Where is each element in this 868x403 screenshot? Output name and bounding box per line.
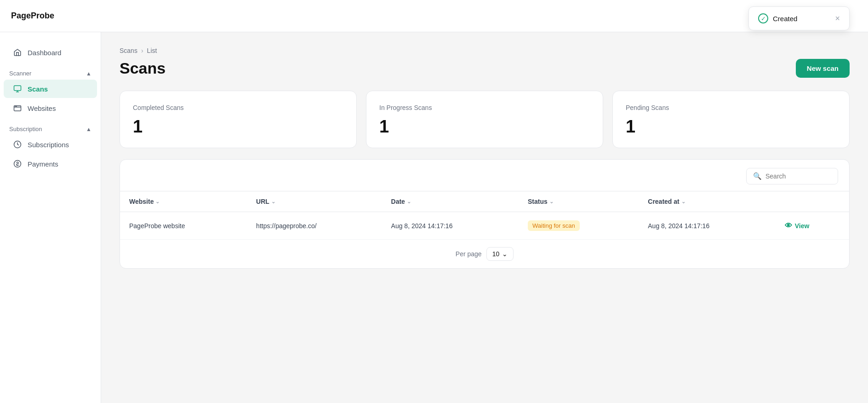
main-content: Scans › List Scans New scan Completed Sc… <box>101 32 868 403</box>
sidebar-subscription-section: Subscription ▲ <box>0 118 101 135</box>
scanner-chevron-icon: ▲ <box>86 70 91 77</box>
col-header-date[interactable]: Date ⌄ <box>382 191 519 212</box>
table-header-row: Website ⌄ URL ⌄ Date <box>120 191 849 212</box>
svg-point-3 <box>16 106 17 107</box>
website-icon <box>13 104 22 113</box>
stat-inprogress-value: 1 <box>379 117 590 137</box>
stat-completed-label: Completed Scans <box>133 104 343 111</box>
table-toolbar: 🔍 <box>120 160 849 191</box>
topbar: PageProbe ✓ Created × <box>0 0 868 32</box>
stat-card-completed: Completed Scans 1 <box>120 91 357 148</box>
sort-url-icon: ⌄ <box>271 199 275 205</box>
cell-status: Waiting for scan <box>519 212 639 240</box>
sidebar-item-scans[interactable]: Scans <box>4 80 97 98</box>
sidebar-item-websites[interactable]: Websites <box>4 99 97 117</box>
sidebar-item-subscriptions[interactable]: Subscriptions <box>4 135 97 154</box>
cell-action: 👁 View <box>776 212 849 240</box>
search-input[interactable] <box>765 173 830 180</box>
subscription-icon <box>13 140 22 149</box>
per-page-select[interactable]: 10 ⌄ <box>486 247 514 261</box>
sidebar-websites-label: Websites <box>28 104 56 112</box>
sort-date-icon: ⌄ <box>407 199 411 205</box>
breadcrumb: Scans › List <box>120 47 850 54</box>
sidebar-scans-label: Scans <box>28 85 48 93</box>
stat-card-inprogress: In Progress Scans 1 <box>366 91 603 148</box>
payment-icon <box>13 159 22 168</box>
col-header-actions <box>776 191 849 212</box>
stat-pending-label: Pending Scans <box>626 104 836 111</box>
page-header: Scans New scan <box>120 59 850 78</box>
new-scan-button[interactable]: New scan <box>796 59 850 78</box>
toast-notification: ✓ Created × <box>748 6 850 30</box>
per-page-label: Per page <box>456 250 482 258</box>
sidebar: Dashboard Scanner ▲ Scans <box>0 32 101 403</box>
eye-icon: 👁 <box>785 222 792 230</box>
sidebar-subscriptions-label: Subscriptions <box>28 141 69 149</box>
table-card: 🔍 Website ⌄ <box>120 159 850 269</box>
toast-close-button[interactable]: × <box>835 14 840 23</box>
cell-date: Aug 8, 2024 14:17:16 <box>382 212 519 240</box>
sidebar-dashboard-label: Dashboard <box>28 49 61 57</box>
col-header-created-at[interactable]: Created at ⌄ <box>639 191 775 212</box>
sort-createdat-icon: ⌄ <box>681 199 685 205</box>
stat-completed-value: 1 <box>133 117 343 137</box>
toast-message: Created <box>773 15 830 23</box>
breadcrumb-separator: › <box>141 47 143 54</box>
col-header-status[interactable]: Status ⌄ <box>519 191 639 212</box>
breadcrumb-current: List <box>147 47 157 54</box>
stat-card-pending: Pending Scans 1 <box>612 91 850 148</box>
cell-url: https://pageprobe.co/ <box>247 212 382 240</box>
col-header-website[interactable]: Website ⌄ <box>120 191 247 212</box>
subscription-chevron-icon: ▲ <box>86 126 91 132</box>
svg-rect-0 <box>14 86 21 91</box>
status-badge: Waiting for scan <box>528 220 580 231</box>
sidebar-item-dashboard[interactable]: Dashboard <box>4 43 97 62</box>
breadcrumb-root[interactable]: Scans <box>120 47 137 54</box>
view-link[interactable]: 👁 View <box>785 222 840 230</box>
toast-success-icon: ✓ <box>758 13 768 23</box>
stats-row: Completed Scans 1 In Progress Scans 1 Pe… <box>120 91 850 148</box>
stat-pending-value: 1 <box>626 117 836 137</box>
main-layout: Dashboard Scanner ▲ Scans <box>0 32 868 403</box>
stat-inprogress-label: In Progress Scans <box>379 104 590 111</box>
page-title: Scans <box>120 59 166 77</box>
search-icon: 🔍 <box>753 172 762 180</box>
svg-point-2 <box>15 106 16 107</box>
sort-website-icon: ⌄ <box>155 199 160 205</box>
search-box[interactable]: 🔍 <box>746 168 838 184</box>
app-logo: PageProbe <box>11 11 54 21</box>
col-header-url[interactable]: URL ⌄ <box>247 191 382 212</box>
sidebar-scanner-section: Scanner ▲ <box>0 63 101 80</box>
cell-created-at: Aug 8, 2024 14:17:16 <box>639 212 775 240</box>
home-icon <box>13 48 22 57</box>
cell-website: PageProbe website <box>120 212 247 240</box>
sidebar-item-payments[interactable]: Payments <box>4 155 97 173</box>
per-page-value: 10 <box>492 250 500 258</box>
table-row: PageProbe website https://pageprobe.co/ … <box>120 212 849 240</box>
per-page-chevron-icon: ⌄ <box>502 250 508 258</box>
pagination-row: Per page 10 ⌄ <box>120 239 849 268</box>
sidebar-payments-label: Payments <box>28 160 58 168</box>
data-table: Website ⌄ URL ⌄ Date <box>120 191 849 239</box>
scan-icon <box>13 84 22 93</box>
sort-status-icon: ⌄ <box>549 199 554 205</box>
